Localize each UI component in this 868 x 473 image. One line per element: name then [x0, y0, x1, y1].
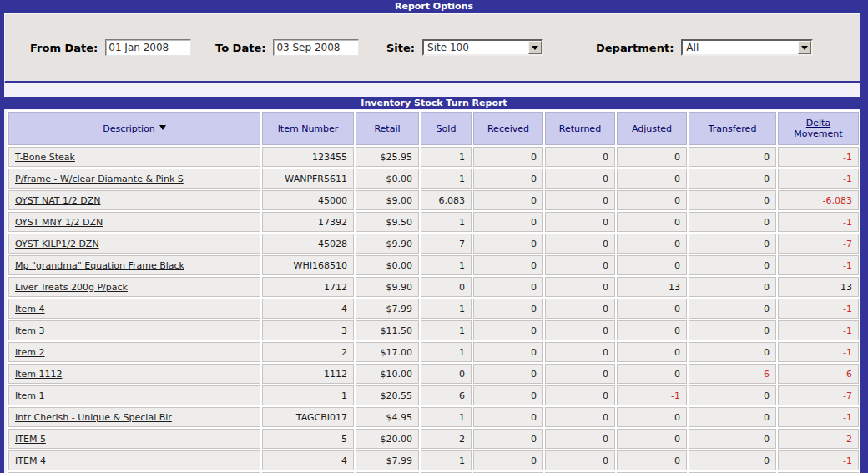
description-link[interactable]: T-Bone Steak [15, 152, 75, 163]
table-row: P/frame - W/clear Diamante & Pink SWANPF… [8, 169, 859, 189]
received-cell: 0 [473, 147, 543, 167]
column-header-returned: Returned [545, 112, 615, 145]
received-cell: 0 [473, 212, 543, 232]
column-header-link[interactable]: Returned [559, 123, 601, 134]
transfered-cell: 0 [689, 320, 776, 340]
site-select-value: Site 100 [424, 42, 528, 53]
to-date-input[interactable] [273, 39, 359, 56]
description-link[interactable]: OYST KILP1/2 DZN [15, 239, 99, 249]
column-header-retail: Retail [356, 112, 419, 145]
description-link[interactable]: Liver Treats 200g P/pack [15, 282, 128, 293]
table-row: OYST NAT 1/2 DZN45000$9.006,0830000-6,08… [8, 190, 859, 210]
delta_movement-cell: -1 [778, 450, 859, 470]
received-cell: 0 [473, 234, 543, 254]
description-link[interactable]: OYST MNY 1/2 DZN [15, 217, 103, 228]
table-row: Item 11$20.55600-10-7 [8, 385, 859, 405]
item_number-cell: 4 [262, 450, 354, 470]
column-header-link[interactable]: Adjusted [632, 123, 672, 134]
sold-cell: 1 [421, 342, 472, 362]
description-link[interactable]: P/frame - W/clear Diamante & Pink S [15, 174, 184, 184]
adjusted-cell: -1 [617, 385, 687, 405]
description-cell: ITEM 4 [8, 450, 260, 470]
item_number-cell: 2 [262, 342, 354, 362]
sold-cell: 1 [421, 407, 472, 427]
table-row: Item 33$11.5010000-1 [8, 320, 859, 340]
retail-cell: $25.95 [356, 147, 419, 167]
received-cell: 0 [473, 255, 543, 275]
column-header-link[interactable]: Retail [374, 123, 400, 134]
column-header-link[interactable]: Delta Movement [794, 118, 842, 139]
site-select[interactable]: Site 100 [422, 39, 543, 56]
description-link[interactable]: ITEM 4 [15, 455, 46, 466]
from-date-label: From Date: [30, 42, 98, 54]
site-dropdown-arrow-icon[interactable] [528, 41, 542, 54]
delta_movement-cell: -6 [778, 364, 859, 384]
returned-cell: 0 [545, 169, 615, 189]
retail-cell: $9.90 [356, 277, 419, 297]
description-cell: T-Bone Steak [8, 147, 260, 167]
adjusted-cell: 0 [617, 255, 687, 275]
column-header-link[interactable]: Sold [437, 123, 457, 134]
description-cell: OYST KILP1/2 DZN [8, 234, 260, 254]
retail-cell: $20.55 [356, 385, 419, 405]
item_number-cell: 1 [262, 385, 354, 405]
sort-desc-icon [159, 125, 166, 133]
received-cell: 0 [473, 407, 543, 427]
description-link[interactable]: OYST NAT 1/2 DZN [15, 195, 101, 206]
returned-cell: 0 [545, 429, 615, 449]
report-options-title: Report Options [395, 1, 473, 12]
column-header-link[interactable]: Item Number [278, 123, 339, 134]
description-link[interactable]: Intr Cherish - Unique & Special Bir [15, 412, 172, 423]
adjusted-cell: 13 [617, 277, 687, 297]
delta_movement-cell: -1 [778, 255, 859, 275]
table-row: OYST KILP1/2 DZN45028$9.9070000-7 [8, 234, 859, 254]
table-row: ITEM 44$7.9910000-1 [8, 450, 859, 470]
retail-cell: $0.00 [356, 255, 419, 275]
description-link[interactable]: Mp "grandma" Equation Frame Black [15, 260, 184, 271]
description-link[interactable]: Item 1 [15, 390, 45, 401]
column-header-link[interactable]: Received [487, 123, 529, 134]
item_number-cell: 45028 [262, 234, 354, 254]
retail-cell: $7.99 [356, 450, 419, 470]
description-link[interactable]: Item 2 [15, 347, 45, 358]
table-row: T-Bone Steak123455$25.9510000-1 [8, 147, 859, 167]
from-date-input[interactable] [105, 39, 191, 56]
returned-cell: 0 [545, 342, 615, 362]
delta_movement-cell: -7 [778, 234, 859, 254]
delta_movement-cell: -1 [778, 147, 859, 167]
delta_movement-cell: 13 [778, 277, 859, 297]
sold-cell: 6 [421, 385, 472, 405]
table-row: OYST MNY 1/2 DZN17392$9.5010000-1 [8, 212, 859, 232]
description-link[interactable]: Item 4 [15, 304, 45, 314]
retail-cell: $9.90 [356, 234, 419, 254]
column-header-transfered: Transfered [689, 112, 776, 145]
retail-cell: $11.50 [356, 320, 419, 340]
description-link[interactable]: Item 3 [15, 325, 45, 336]
delta_movement-cell: -7 [778, 385, 859, 405]
sold-cell: 1 [421, 169, 472, 189]
from-date-field-group: From Date: [30, 39, 191, 56]
site-field-group: Site: Site 100 [386, 39, 543, 56]
adjusted-cell: 0 [617, 299, 687, 319]
description-cell: Item 1 [8, 385, 260, 405]
department-dropdown-arrow-icon[interactable] [798, 41, 811, 54]
description-link[interactable]: Item 1112 [15, 369, 63, 380]
sold-cell: 1 [421, 320, 472, 340]
stock-turn-table: DescriptionItem NumberRetailSoldReceived… [7, 110, 860, 473]
column-header-link[interactable]: Description [103, 123, 155, 134]
column-header-sold: Sold [421, 112, 472, 145]
department-select[interactable]: All [681, 39, 813, 56]
adjusted-cell: 0 [617, 407, 687, 427]
received-cell: 0 [473, 277, 543, 297]
adjusted-cell: 0 [617, 212, 687, 232]
retail-cell: $7.99 [356, 299, 419, 319]
description-link[interactable]: ITEM 5 [15, 434, 46, 445]
retail-cell: $17.00 [356, 342, 419, 362]
column-header-link[interactable]: Transfered [709, 123, 757, 134]
retail-cell: $0.00 [356, 169, 419, 189]
column-header-adjusted: Adjusted [617, 112, 687, 145]
received-cell: 0 [473, 450, 543, 470]
department-field-group: Department: All [596, 39, 813, 56]
table-row: Item 22$17.0010000-1 [8, 342, 859, 362]
sold-cell: 2 [421, 429, 472, 449]
